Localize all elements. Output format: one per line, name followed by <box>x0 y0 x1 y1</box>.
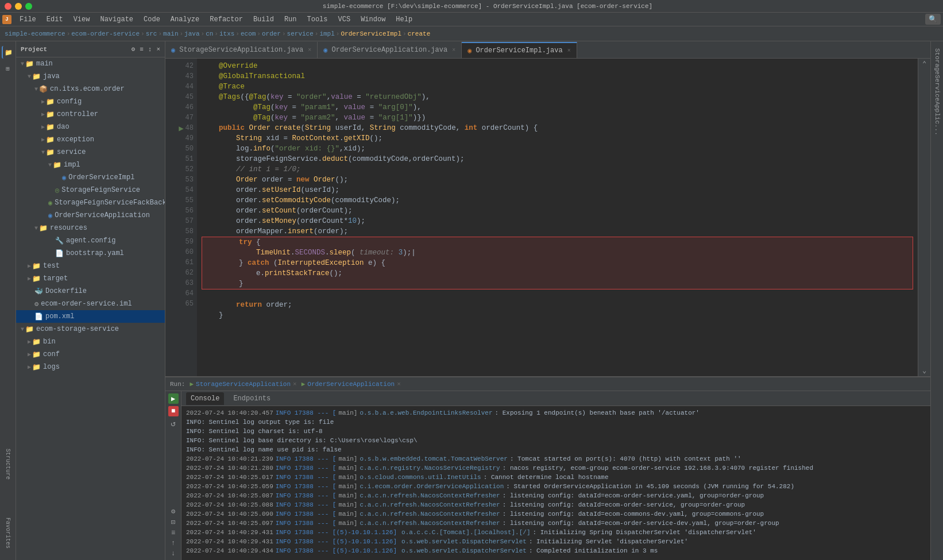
project-icon[interactable]: 📁 <box>2 46 14 59</box>
tree-item-pom[interactable]: 📄 pom.xml <box>16 310 165 323</box>
sidebar-title: Project <box>21 46 47 53</box>
tab-console[interactable]: Console <box>186 392 224 405</box>
bc-src[interactable]: src <box>146 30 157 37</box>
menu-run[interactable]: Run <box>280 14 302 25</box>
menu-file[interactable]: File <box>15 14 41 25</box>
bc-ecom-order-service[interactable]: ecom-order-service <box>71 30 140 37</box>
code-line-43: @GlobalTransactional <box>202 72 305 80</box>
tree-item-dao[interactable]: ▶ 📁 dao <box>16 121 165 133</box>
console-down-icon[interactable]: ↓ <box>171 550 175 558</box>
bottom-panel: Run: ▶ StorageServiceApplication × ▶ Ord… <box>165 376 930 560</box>
tree-item-exception[interactable]: ▶ 📁 exception <box>16 133 165 146</box>
tree-item-conf[interactable]: ▶ 📁 conf <box>16 348 165 361</box>
scroll-top[interactable]: ⌃ <box>922 60 926 68</box>
tree-item-bin[interactable]: ▶ 📁 bin <box>16 335 165 348</box>
tree-item-cn-itxs[interactable]: ▼ 📦 cn.itxs.ecom.order <box>16 83 165 95</box>
bc-java[interactable]: java <box>184 30 199 37</box>
rerun-icon[interactable]: ↺ <box>171 419 175 428</box>
log-line-nacos: 2022-07-24 10:40:21.280 INFO 17388 --- [… <box>186 464 926 473</box>
tree-item-controller[interactable]: ▶ 📁 controller <box>16 108 165 121</box>
run-gutter-icon[interactable]: ▶ <box>179 123 183 133</box>
bc-main[interactable]: main <box>163 30 178 37</box>
close-button[interactable] <box>5 3 11 10</box>
bc-orderserviceimpl[interactable]: OrderServiceImpl <box>341 30 401 37</box>
stop-button[interactable]: ■ <box>168 406 179 416</box>
menu-navigate[interactable]: Navigate <box>95 14 138 25</box>
tab-close-storage[interactable]: × <box>308 47 311 53</box>
run-icon-1: ▶ <box>190 380 194 388</box>
tree-item-ecom-storage-service[interactable]: ▼ 📁 ecom-storage-service <box>16 323 165 335</box>
tab-storage-service-app[interactable]: ◉ StorageServiceApplication.java × <box>165 42 318 58</box>
menu-build[interactable]: Build <box>249 14 279 25</box>
tree-item-service[interactable]: ▼ 📁 service <box>16 146 165 159</box>
scroll-bottom[interactable]: ⌄ <box>922 366 926 375</box>
tree-item-agent-config[interactable]: 🔧 agent.config <box>16 234 165 247</box>
console-output: 2022-07-24 10:40:20.457 INFO 17388 --- [… <box>181 406 930 560</box>
search-everywhere[interactable]: 🔍 <box>925 14 941 25</box>
maximize-button[interactable] <box>25 3 32 10</box>
menu-analyze[interactable]: Analyze <box>166 14 204 25</box>
bc-cn[interactable]: cn <box>206 30 213 37</box>
menu-help[interactable]: Help <box>391 14 417 25</box>
bc-order[interactable]: order <box>262 30 281 37</box>
tab-order-service-impl[interactable]: ◉ OrderServiceImpl.java × <box>462 42 577 58</box>
run-app-name-2[interactable]: OrderServiceApplication <box>307 381 395 388</box>
tree-item-iml[interactable]: ⚙ ecom-order-service.iml <box>16 298 165 310</box>
run-app-name-1[interactable]: StorageServiceApplication <box>196 381 291 388</box>
console-layout-icon[interactable]: ⊡ <box>171 518 175 527</box>
minimize-button[interactable] <box>15 3 22 10</box>
tree-item-storagefeignservice[interactable]: ◎ StorageFeignService <box>16 184 165 196</box>
sidebar-settings-icon[interactable]: ⚙ <box>132 45 136 53</box>
bc-ecom[interactable]: ecom <box>241 30 256 37</box>
main-body: 📁 ⊞ Structure Favorites Project ⚙ ≡ ↕ × … <box>0 41 943 560</box>
tree-label: config <box>57 98 82 106</box>
tab-close-order-app[interactable]: × <box>452 47 455 53</box>
bc-service[interactable]: service <box>287 30 314 37</box>
console-filter-icon[interactable]: ≡ <box>171 529 175 537</box>
sidebar-layout-icon[interactable]: ≡ <box>140 46 144 53</box>
code-line-54: order.setUserId(userId); <box>202 186 339 194</box>
tree-label: java <box>43 72 60 80</box>
menu-code[interactable]: Code <box>139 14 165 25</box>
run-button[interactable]: ▶ <box>168 393 179 404</box>
commit-icon[interactable]: ⊞ <box>2 62 14 75</box>
tree-item-dockerfile[interactable]: 🐳 Dockerfile <box>16 285 165 298</box>
tree-item-target[interactable]: ▶ 📁 target <box>16 272 165 285</box>
log-line-sentinel-4: INFO: Sentinel log name use pid is: fals… <box>186 445 926 454</box>
structure-label[interactable]: Structure <box>5 449 11 480</box>
tree-item-orderserviceimpl[interactable]: ◉ OrderServiceImpl <box>16 171 165 184</box>
sidebar-sort-icon[interactable]: ↕ <box>148 46 152 53</box>
tree-item-impl[interactable]: ▼ 📁 impl <box>16 159 165 171</box>
console-settings-icon[interactable]: ⚙ <box>171 507 175 516</box>
tab-close-impl[interactable]: × <box>567 48 571 54</box>
tree-item-main[interactable]: ▼ 📁 main <box>16 57 165 70</box>
storage-service-label[interactable]: StorageServiceApplic... <box>932 44 943 140</box>
tab-endpoints[interactable]: Endpoints <box>229 392 275 405</box>
bc-itxs[interactable]: itxs <box>219 30 234 37</box>
tree-item-config[interactable]: ▶ 📁 config <box>16 95 165 108</box>
favorites-label[interactable]: Favorites <box>5 517 11 549</box>
tree-label: ecom-storage-service <box>36 325 119 333</box>
bc-impl[interactable]: impl <box>319 30 334 37</box>
menu-view[interactable]: View <box>69 14 95 25</box>
tree-item-storagefeignservicefackback[interactable]: ◉ StorageFeignServiceFackBack <box>16 196 165 209</box>
menu-tools[interactable]: Tools <box>303 14 333 25</box>
tree-item-logs[interactable]: ▶ 📁 logs <box>16 361 165 373</box>
tree-item-bootstrap-yaml[interactable]: 📄 bootstrap.yaml <box>16 247 165 260</box>
bc-create[interactable]: create <box>408 30 431 37</box>
tree-item-resources[interactable]: ▼ 📁 resources <box>16 222 165 234</box>
code-content[interactable]: @Override @GlobalTransactional @Trace @T… <box>197 59 918 376</box>
bc-simple-ecommerce[interactable]: simple-ecommerce <box>5 30 65 37</box>
tree-item-test[interactable]: ▶ 📁 test <box>16 260 165 272</box>
run-app-2[interactable]: ▶ OrderServiceApplication × <box>302 380 401 388</box>
tree-item-orderserviceapplication[interactable]: ◉ OrderServiceApplication <box>16 209 165 222</box>
console-up-icon[interactable]: ↑ <box>171 539 175 547</box>
sidebar-close-icon[interactable]: × <box>156 46 160 53</box>
menu-refactor[interactable]: Refactor <box>205 14 248 25</box>
menu-window[interactable]: Window <box>356 14 390 25</box>
tab-order-service-app[interactable]: ◉ OrderServiceApplication.java × <box>318 42 462 58</box>
tree-item-java[interactable]: ▼ 📁 java <box>16 70 165 83</box>
menu-edit[interactable]: Edit <box>42 14 68 25</box>
menu-vcs[interactable]: VCS <box>334 14 355 25</box>
run-app-1[interactable]: ▶ StorageServiceApplication × <box>190 380 296 388</box>
